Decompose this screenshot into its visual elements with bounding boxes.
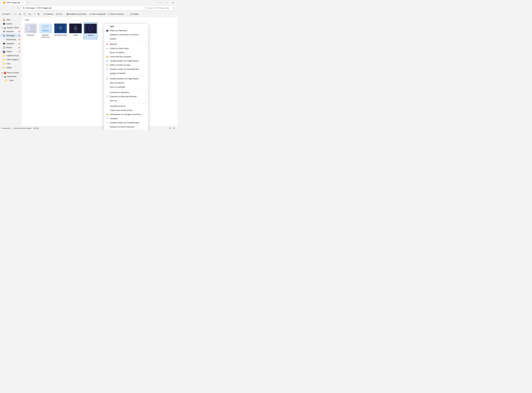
fotos-expand-icon: ▶ <box>2 72 3 74</box>
rotate-left-button[interactable]: ↺ Girar a la izquierda <box>88 12 106 16</box>
tab-close-button[interactable]: ✕ <box>21 1 24 4</box>
title-bar: 📁 CHOY Images day ✕ + — □ ✕ <box>0 0 177 5</box>
share-button[interactable]: ↗ <box>32 12 36 16</box>
svg-point-24 <box>75 31 76 32</box>
ctx-cerrajero[interactable]: 🔒 Desbloquear con Cerrajero de archivos <box>104 112 148 116</box>
ctx-imprimir[interactable]: Imprimir <box>104 37 148 41</box>
file-item-liberador[interactable]: liberador-archivos-pc <box>39 22 52 39</box>
sidebar-item-escritorio[interactable]: 🖥 Escritorio 📌 <box>0 29 21 34</box>
wallpaper-button[interactable]: 🖼 Establecer como fondo <box>65 12 88 16</box>
sidebar-label-juanma: Juanma - Perso <box>7 27 19 29</box>
forward-button[interactable]: → <box>6 6 10 10</box>
thumb-mapas <box>54 24 67 33</box>
sidebar-label-fotos: Fotos en iCloud <box>7 72 19 74</box>
back-button[interactable]: ← <box>1 6 5 10</box>
sidebar-item-juanma[interactable]: ▶ ☁ Juanma - Perso <box>0 26 21 29</box>
sidebar-item-videos[interactable]: 🎬 Vídeos 📌 <box>0 50 21 54</box>
file-item-programas[interactable]: programas <box>24 22 38 39</box>
close-button[interactable]: ✕ <box>170 0 176 5</box>
breadcrumb-descargas[interactable]: Descargas <box>26 7 35 9</box>
active-tab[interactable]: 📁 CHOY Images day ✕ <box>1 0 25 5</box>
sort-button[interactable]: ⇅ Ordenar ▾ <box>43 12 55 16</box>
ctx-winrar[interactable]: ■ WinRAR › <box>104 42 148 46</box>
sidebar-item-imagenes[interactable]: 🏔 Imágenes 📌 <box>0 42 21 45</box>
new-button[interactable]: ⊕ Nuevo ▾ <box>1 12 12 16</box>
ctx-blocnotas[interactable]: 📝 Editar en el Bloc de notas <box>104 63 148 67</box>
sidebar-item-documentos[interactable]: 📄 Documentos 📌 <box>0 38 21 42</box>
sidebar-item-musica[interactable]: 🎵 Música 📌 <box>0 46 21 49</box>
sidebar-label-icloud: iCloud Drive <box>7 76 16 78</box>
maximize-button[interactable]: □ <box>163 0 170 5</box>
sidebar-label-trash: .Trash <box>9 79 13 81</box>
delete-button[interactable]: 🗑 <box>37 12 41 16</box>
sidebar-item-videos2[interactable]: 📁 Vídeos <box>0 66 21 70</box>
minimize-button[interactable]: — <box>157 0 163 5</box>
list-view-button[interactable]: ☰ <box>168 127 172 130</box>
paste-button[interactable]: 📋 <box>22 12 27 16</box>
search-box[interactable]: Buscar en CHOY Images day 🔍 <box>146 6 176 10</box>
sort-label: Ordenar <box>46 13 52 15</box>
ctx-abrir[interactable]: Abrir <box>104 24 148 28</box>
ctx-copiar-ruta[interactable]: Copiar como ruta de acceso <box>104 108 148 112</box>
ctx-transmitir[interactable]: Transmitir en dispositivo › <box>104 90 148 94</box>
escritorio-pin: 📌 <box>18 31 20 32</box>
copy-button[interactable]: ⧉ <box>18 12 22 16</box>
ctx-imageresizer1[interactable]: ⊡ Cambiar tamaño con Image Resizer <box>104 59 148 63</box>
ctx-editar-clipchamp[interactable]: 🎬 Editar con Clipchamp <box>104 28 148 33</box>
svg-rect-5 <box>42 25 49 27</box>
ctx-defender[interactable]: 🛡 Examinar con Microsoft Defender... <box>104 94 148 98</box>
more-button[interactable]: ··· <box>125 12 129 16</box>
ctx-conceder[interactable]: Conceder acceso a › <box>104 104 148 108</box>
ctx-girar-izquierda[interactable]: Girar a la izquierda <box>104 85 148 89</box>
file-item-radares[interactable]: radares <box>84 22 97 39</box>
sidebar-fotos-icloud[interactable]: ▶ 🍎 Fotos en iCloud <box>0 71 21 75</box>
ctx-girar-derecha[interactable]: Girar a la derecha <box>104 81 148 85</box>
file-item-mapas[interactable]: descargar-mapas <box>54 22 67 39</box>
section-toggle[interactable]: ⌄ <box>24 19 25 21</box>
address-bar: ← → ↑ ↻ 🖥 › Descargas › CHOY Images day … <box>0 5 177 11</box>
sidebar-item-descargas[interactable]: ⬇ Descargas 📌 <box>0 34 21 38</box>
rename-button[interactable]: Aa <box>27 12 32 16</box>
ctx-fondo[interactable]: Establecer como fondo de escritorio <box>104 33 148 37</box>
breadcrumb-choy[interactable]: CHOY Images day <box>36 7 51 9</box>
svg-rect-8 <box>42 29 49 29</box>
ctx-quickshare[interactable]: ● Enviar con Quick Share <box>104 46 148 50</box>
toolbar-sep-1 <box>13 12 13 16</box>
refresh-button[interactable]: ↻ <box>16 6 20 10</box>
toolbar: ⊕ Nuevo ▾ ✂ ⧉ 📋 Aa ↗ 🗑 ⇅ Ordenar ▾ ⊟ Ver… <box>0 11 177 17</box>
ctx-conceder-arrow: › <box>146 105 146 107</box>
details-button[interactable]: ☰ Detalles <box>129 12 140 16</box>
cut-button[interactable]: ✂ <box>14 12 18 16</box>
sidebar-item-capturas[interactable]: 📁 Capturas de par <box>0 54 21 58</box>
capturas-icon: 📁 <box>3 54 5 57</box>
sidebar-item-inicio[interactable]: 🏠 Inicio <box>0 18 21 22</box>
sidebar-item-trash[interactable]: 📁 .Trash <box>0 79 21 82</box>
sidebar-icloud-drive[interactable]: ▼ ☁ iCloud Drive <box>0 75 21 78</box>
grid-view-button[interactable]: ⊞ <box>172 127 176 130</box>
ctx-abrir-con[interactable]: Abrir con › <box>104 98 148 103</box>
ctx-winrar-icon: ■ <box>106 43 109 45</box>
file-item-brujula[interactable]: brujula <box>69 22 82 39</box>
ctx-restaurar[interactable]: Restaurar versiones anteriores <box>104 125 148 129</box>
sidebar-item-curp[interactable]: 📁 Curp <box>0 62 21 66</box>
ctx-onedrive[interactable]: Mover a OneDrive <box>104 50 148 54</box>
sidebar-item-choy[interactable]: 📁 CHOY Images d <box>0 58 21 62</box>
up-button[interactable]: ↑ <box>11 6 15 10</box>
view-button[interactable]: ⊟ Ver ▾ <box>55 12 64 16</box>
ctx-powerrename1[interactable]: ✏ Cambiar nombre con PowerRename <box>104 67 148 71</box>
rotate-right-button[interactable]: ↻ Girar a la derecha <box>107 12 125 16</box>
ctx-powerrename2[interactable]: ✏ Cambiar nombre con PowerRename <box>104 121 148 125</box>
ctx-compartir[interactable]: ↗ Compartir <box>104 116 148 121</box>
sidebar-item-galeria[interactable]: 🏔 Galería <box>0 22 21 26</box>
svg-rect-6 <box>42 27 49 27</box>
ctx-imageresizer2[interactable]: ⊡ Cambiar tamaño con Image Resizer <box>104 77 148 81</box>
ctx-girar-derecha-label: Girar a la derecha <box>110 82 146 84</box>
ctx-favoritos[interactable]: Agregar a Favoritos <box>104 71 148 75</box>
documentos-icon: 📄 <box>3 38 5 41</box>
ctx-compartir-label: Compartir <box>110 118 146 120</box>
breadcrumb-bar[interactable]: 🖥 › Descargas › CHOY Images day <box>21 6 145 10</box>
ctx-filelocksmith-label: Unlock with File Locksmith <box>110 56 146 58</box>
ctx-filelocksmith[interactable]: 🔒 Unlock with File Locksmith <box>104 54 148 59</box>
new-tab-button[interactable]: + <box>26 0 30 5</box>
ctx-imprimir-label: Imprimir <box>110 38 146 40</box>
